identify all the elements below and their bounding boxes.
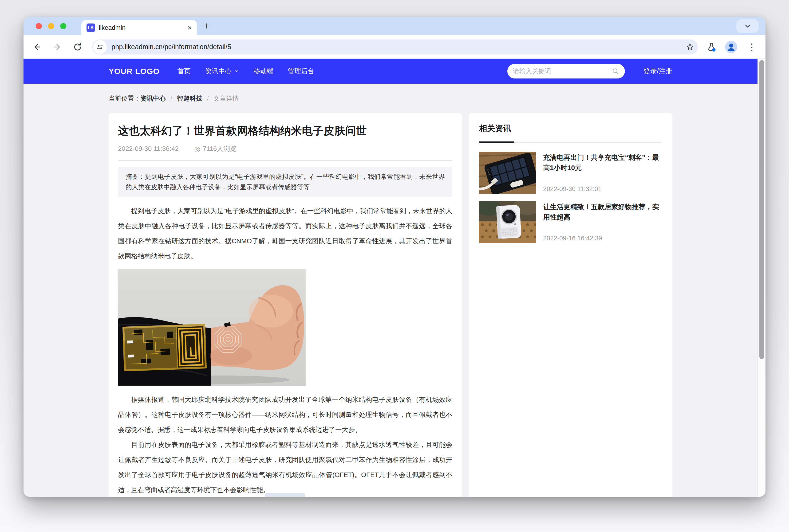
related-item-title[interactable]: 让生活更精致！五款居家好物推荐，实用性超高 — [543, 202, 662, 222]
forward-button[interactable] — [51, 40, 64, 54]
article-title: 这也太科幻了！世界首款网格结构纳米电子皮肤问世 — [118, 124, 452, 138]
related-news-card: 相关资讯 — [469, 113, 672, 497]
bookmark-star-icon[interactable] — [685, 42, 694, 52]
new-tab-button[interactable]: + — [204, 21, 209, 31]
tab-close-icon[interactable]: × — [187, 24, 192, 32]
article-views: ◎ 7116人浏览 — [194, 144, 237, 153]
nav-link-home[interactable]: 首页 — [177, 67, 191, 76]
experiments-flask-icon[interactable] — [706, 42, 717, 52]
search-icon[interactable] — [612, 68, 619, 75]
related-item-date: 2022-09-30 11:32:01 — [543, 185, 662, 193]
url-bar[interactable]: php.likeadmin.cn/pc/information/detail/5 — [92, 39, 698, 55]
article-paragraph: 目前用在皮肤表面的电子设备，大都采用橡胶或者塑料等基材制造而来，其缺点是透水透气… — [118, 437, 452, 497]
site-favicon: LA — [87, 23, 95, 32]
article-date: 2022-09-30 11:36:42 — [118, 145, 179, 152]
power-bank-photo[interactable] — [479, 152, 536, 194]
article-meta: 2022-09-30 11:36:42 ◎ 7116人浏览 — [118, 144, 452, 153]
url-text: php.likeadmin.cn/pc/information/detail/5 — [111, 43, 231, 51]
article-paragraph: 提到电子皮肤，大家可别以为是“电子游戏里的虚拟皮肤”。在一些科幻电影中，我们常常… — [118, 204, 452, 264]
nav-link-news[interactable]: 资讯中心 — [205, 67, 239, 76]
traffic-lights — [36, 23, 66, 29]
site-logo[interactable]: YOUR LOGO — [109, 67, 159, 76]
projector-photo[interactable] — [479, 201, 536, 243]
page-scrollbar-thumb[interactable] — [759, 60, 764, 359]
related-heading: 相关资讯 — [479, 123, 662, 134]
browser-tab[interactable]: LA likeadmin × — [81, 20, 197, 35]
breadcrumb-separator: / — [207, 95, 209, 102]
related-item[interactable]: 充满电再出门！共享充电宝“刺客”：最高1小时10元 2022-09-30 11:… — [479, 152, 662, 194]
related-item[interactable]: 让生活更精致！五款居家好物推荐，实用性超高 2022-09-16 16:42:3… — [479, 201, 662, 243]
browser-menu-icon[interactable]: ⋮ — [745, 42, 758, 52]
login-register-link[interactable]: 登录/注册 — [643, 66, 672, 76]
related-item-title[interactable]: 充满电再出门！共享充电宝“刺客”：最高1小时10元 — [543, 152, 662, 173]
back-button[interactable] — [31, 40, 44, 54]
article-summary: 摘要：提到电子皮肤，大家可别以为是“电子游戏里的虚拟皮肤”。在一些科幻电影中，我… — [118, 167, 452, 197]
nav-link-admin[interactable]: 管理后台 — [288, 67, 314, 76]
page-scrollbar-track — [757, 59, 766, 497]
article-paragraph: 据媒体报道，韩国大邱庆北科学技术院研究团队成功开发出了全球第一个纳米结构电子皮肤… — [118, 392, 452, 437]
browser-toolbar: php.likeadmin.cn/pc/information/detail/5… — [23, 35, 766, 59]
site-info-icon[interactable] — [93, 40, 107, 54]
window-zoom-button[interactable] — [60, 23, 66, 29]
chevron-down-icon — [234, 69, 239, 74]
related-heading-rule — [479, 141, 662, 143]
breadcrumb-category[interactable]: 智趣科技 — [177, 94, 202, 103]
article-image — [118, 269, 306, 386]
nav-link-news-label: 资讯中心 — [205, 67, 231, 76]
search-input[interactable] — [513, 68, 612, 75]
breadcrumb-news-center[interactable]: 资讯中心 — [140, 94, 166, 103]
profile-avatar[interactable] — [725, 41, 737, 53]
article-card: 这也太科幻了！世界首款网格结构纳米电子皮肤问世 2022-09-30 11:36… — [109, 113, 462, 497]
browser-window: LA likeadmin × + php.likeadmin.cn/pc/inf… — [23, 17, 766, 497]
breadcrumb-label: 当前位置： — [109, 94, 140, 103]
breadcrumb-current: 文章详情 — [213, 94, 239, 103]
site-search — [507, 64, 625, 78]
related-item-date: 2022-09-16 16:42:39 — [543, 235, 662, 242]
article-views-count: 7116人浏览 — [203, 144, 237, 153]
tab-strip: LA likeadmin × + — [23, 17, 766, 35]
nav-link-mobile[interactable]: 移动端 — [254, 67, 274, 76]
breadcrumb: 当前位置： 资讯中心 / 智趣科技 / 文章详情 — [109, 84, 672, 113]
site-nav-links: 首页 资讯中心 移动端 管理后台 — [177, 67, 314, 76]
tab-title: likeadmin — [99, 24, 187, 32]
window-close-button[interactable] — [36, 23, 42, 29]
window-minimize-button[interactable] — [48, 23, 54, 29]
reload-button[interactable] — [71, 40, 84, 54]
eye-icon: ◎ — [194, 145, 200, 153]
page-viewport: YOUR LOGO 首页 资讯中心 移动端 管理后台 登录 — [23, 59, 766, 497]
pagination-sliver — [265, 493, 305, 497]
tab-search-chevron-icon[interactable] — [736, 19, 759, 33]
breadcrumb-separator: / — [170, 95, 172, 102]
site-navbar: YOUR LOGO 首页 资讯中心 移动端 管理后台 登录 — [23, 59, 757, 84]
title-divider — [118, 160, 452, 161]
